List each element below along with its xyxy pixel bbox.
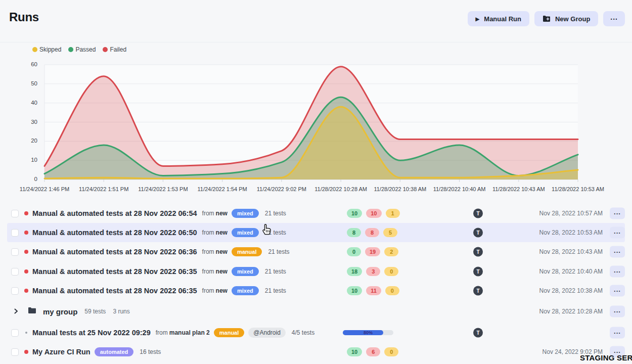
run-row[interactable]: My Azure CI Runautomated16 tests1060Nov … <box>7 342 625 361</box>
y-tick-label: 60 <box>20 61 37 67</box>
failed-count: 6 <box>366 347 380 356</box>
run-from: frommanual plan 2 <box>156 329 210 336</box>
group-tests-count: 59 tests <box>84 308 106 315</box>
ellipsis-icon: ... <box>614 208 621 216</box>
row-left: Manual & automated tests at 28 Nov 2022 … <box>11 223 286 242</box>
run-title: Manual & automated tests at 28 Nov 2022 … <box>32 267 197 276</box>
row-left: My Azure CI Runautomated16 tests <box>11 342 161 361</box>
row-more-button[interactable]: ... <box>610 327 625 339</box>
run-checkbox[interactable] <box>11 229 19 237</box>
avatar: T <box>473 228 483 238</box>
run-row[interactable]: Manual & automated tests at 28 Nov 2022 … <box>7 223 625 242</box>
run-type-badge: mixed <box>232 209 259 218</box>
run-type-badge: mixed <box>232 286 259 295</box>
run-title: Manual tests at 25 Nov 2022 09:29 <box>32 329 151 337</box>
status-dot <box>24 211 28 215</box>
x-tick-label: 11/28/2022 10:28 AM <box>314 186 367 192</box>
from-plan: new <box>216 248 228 255</box>
y-tick-label: 40 <box>20 100 37 106</box>
from-label: from <box>202 210 214 217</box>
row-more-button[interactable]: ... <box>610 246 625 258</box>
failed-count: 19 <box>365 247 380 256</box>
avatar: T <box>473 209 483 218</box>
run-from: fromnew <box>202 287 228 294</box>
passed-count: 10 <box>347 209 362 218</box>
y-tick-label: 30 <box>20 119 37 125</box>
tests-count: 21 tests <box>265 210 286 217</box>
x-tick-label: 11/24/2022 1:54 PM <box>198 186 247 192</box>
run-from: fromnew <box>202 210 228 217</box>
result-counts: 0192 <box>347 242 398 261</box>
run-row[interactable]: Manual & automated tests at 28 Nov 2022 … <box>7 281 625 300</box>
result-counts: 10110 <box>347 281 399 300</box>
ellipsis-icon: ... <box>614 286 621 293</box>
run-type-badge: mixed <box>232 267 259 276</box>
x-tick-label: 11/28/2022 10:38 AM <box>374 186 426 192</box>
tests-count: 21 tests <box>265 229 286 236</box>
y-tick-label: 20 <box>20 138 37 144</box>
failed-count: 8 <box>365 228 379 237</box>
run-row[interactable]: Manual tests at 25 Nov 2022 09:29fromman… <box>7 323 625 342</box>
y-tick-label: 0 <box>20 176 37 182</box>
row-left: Manual & automated tests at 28 Nov 2022 … <box>11 242 289 261</box>
progress-label: 80% <box>343 330 393 335</box>
run-row[interactable]: Manual & automated tests at 28 Nov 2022 … <box>7 204 625 223</box>
run-checkbox[interactable] <box>11 287 19 295</box>
run-timestamp: Nov 28, 2022 10:43 AM <box>539 242 603 261</box>
ellipsis-icon: ... <box>614 306 621 314</box>
x-tick-label: 11/24/2022 9:02 PM <box>257 186 306 192</box>
status-dot <box>24 350 28 354</box>
status-dot <box>24 289 28 293</box>
run-from: fromnew <box>202 248 228 255</box>
skipped-count: 0 <box>384 267 398 276</box>
skipped-count: 1 <box>386 209 400 218</box>
status-dot <box>24 250 28 254</box>
run-checkbox[interactable] <box>11 248 19 256</box>
run-row[interactable]: Manual & automated tests at 28 Nov 2022 … <box>7 242 625 261</box>
x-tick-label: 11/28/2022 10:43 AM <box>492 186 545 192</box>
x-tick-label: 11/24/2022 1:51 PM <box>79 186 128 192</box>
run-checkbox[interactable] <box>11 210 19 217</box>
avatar: T <box>473 328 483 338</box>
row-more-button[interactable]: ... <box>610 208 625 219</box>
run-checkbox[interactable] <box>11 268 19 276</box>
group-name: my group <box>43 307 77 316</box>
row-left: Manual & automated tests at 28 Nov 2022 … <box>11 281 286 300</box>
passed-count: 10 <box>347 286 362 295</box>
run-title: Manual & automated tests at 28 Nov 2022 … <box>32 287 197 295</box>
row-more-button[interactable]: ... <box>610 306 625 317</box>
run-row[interactable]: Manual & automated tests at 28 Nov 2022 … <box>7 262 625 281</box>
chevron-right-icon[interactable] <box>13 307 19 316</box>
from-plan: new <box>216 268 228 275</box>
from-label: from <box>156 329 168 336</box>
run-checkbox[interactable] <box>11 329 19 337</box>
skipped-count: 5 <box>383 228 397 237</box>
ellipsis-icon: ... <box>614 228 621 235</box>
run-timestamp: Nov 28, 2022 10:40 AM <box>539 262 603 281</box>
run-type-badge: automated <box>95 347 134 356</box>
row-more-button[interactable]: ... <box>610 285 625 297</box>
row-left: Manual & automated tests at 28 Nov 2022 … <box>11 262 286 281</box>
tests-count: 21 tests <box>265 268 286 275</box>
failed-count: 3 <box>366 267 380 276</box>
run-type-badge: manual <box>214 328 245 337</box>
group-row[interactable]: my group59 tests3 runsNov 28, 2022 10:28… <box>7 302 625 321</box>
run-title: My Azure CI Run <box>32 348 91 356</box>
result-counts: 885 <box>347 223 397 242</box>
x-tick-label: 11/28/2022 10:53 AM <box>552 186 604 192</box>
tests-count: 21 tests <box>268 248 289 255</box>
from-plan: manual plan 2 <box>169 329 210 336</box>
chart-x-axis: 11/24/2022 1:46 PM11/24/2022 1:51 PM11/2… <box>17 186 632 194</box>
ellipsis-icon: ... <box>614 247 621 254</box>
avatar: T <box>473 267 483 277</box>
row-left: Manual & automated tests at 28 Nov 2022 … <box>11 204 286 223</box>
y-tick-label: 10 <box>20 157 37 163</box>
status-dot <box>25 332 27 334</box>
result-counts: 1830 <box>347 262 398 281</box>
row-more-button[interactable]: ... <box>610 227 625 239</box>
x-tick-label: 11/28/2022 10:40 AM <box>433 186 486 192</box>
row-more-button[interactable]: ... <box>610 266 625 278</box>
run-checkbox[interactable] <box>11 348 19 356</box>
tests-count: 21 tests <box>265 287 286 294</box>
y-tick-label: 50 <box>20 80 37 86</box>
